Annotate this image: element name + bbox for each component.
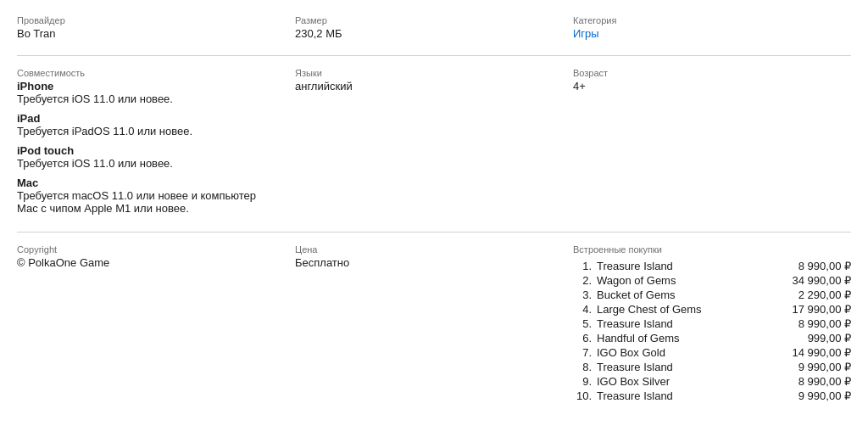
iap-name: Handful of Gems xyxy=(597,332,801,345)
age-section: Возраст 4+ xyxy=(573,68,851,220)
ipod-label: iPod touch xyxy=(17,144,295,157)
iap-price: 2 290,00 ₽ xyxy=(798,289,851,301)
iap-price: 14 990,00 ₽ xyxy=(793,346,851,359)
compat-label: Совместимость xyxy=(17,68,295,78)
iap-name: Large Chest of Gems xyxy=(597,303,786,316)
iap-row: 3.Bucket of Gems2 290,00 ₽ xyxy=(573,289,851,301)
iap-name: Treasure Island xyxy=(597,260,792,272)
copyright-label: Copyright xyxy=(17,244,295,255)
iap-title: Встроенные покупки xyxy=(573,244,851,255)
size-value: 230,2 МБ xyxy=(295,27,573,40)
price-section: Цена Бесплатно xyxy=(295,244,573,404)
iap-num: 6. xyxy=(573,332,592,345)
iap-row: 6.Handful of Gems999,00 ₽ xyxy=(573,332,851,345)
price-label: Цена xyxy=(295,244,573,255)
category-section: Категория Игры xyxy=(573,15,851,40)
iap-name: Treasure Island xyxy=(597,317,792,330)
iap-list: 1.Treasure Island8 990,00 ₽2.Wagon of Ge… xyxy=(573,260,851,402)
iphone-req: Требуется iOS 11.0 или новее. xyxy=(17,92,295,105)
iap-num: 9. xyxy=(573,375,592,388)
iap-num: 3. xyxy=(573,289,592,301)
divider-1 xyxy=(17,55,851,56)
iap-price: 34 990,00 ₽ xyxy=(793,274,851,287)
iap-price: 999,00 ₽ xyxy=(808,332,851,345)
mac-req: Требуется macOS 11.0 или новее и компьют… xyxy=(17,189,295,215)
iap-name: IGO Box Silver xyxy=(597,375,792,388)
iphone-label: iPhone xyxy=(17,80,295,92)
iap-row: 8.Treasure Island9 990,00 ₽ xyxy=(573,361,851,373)
copyright-value: © PolkaOne Game xyxy=(17,256,295,269)
provider-value: Bo Tran xyxy=(17,27,295,40)
iap-price: 8 990,00 ₽ xyxy=(798,375,851,388)
iap-name: Treasure Island xyxy=(597,389,792,402)
ipod-req: Требуется iOS 11.0 или новее. xyxy=(17,157,295,170)
iap-row: 1.Treasure Island8 990,00 ₽ xyxy=(573,260,851,272)
category-link[interactable]: Игры xyxy=(573,27,599,40)
category-label: Категория xyxy=(573,15,851,25)
iap-row: 4.Large Chest of Gems17 990,00 ₽ xyxy=(573,303,851,316)
iap-name: Bucket of Gems xyxy=(597,289,792,301)
iap-price: 8 990,00 ₽ xyxy=(798,317,851,330)
languages-label: Языки xyxy=(295,68,573,78)
languages-value: английский xyxy=(295,80,573,92)
iap-row: 2.Wagon of Gems34 990,00 ₽ xyxy=(573,274,851,287)
iap-num: 8. xyxy=(573,361,592,373)
size-label: Размер xyxy=(295,15,573,25)
mac-label: Mac xyxy=(17,176,295,189)
iap-name: IGO Box Gold xyxy=(597,346,786,359)
iap-num: 7. xyxy=(573,346,592,359)
iap-name: Treasure Island xyxy=(597,361,792,373)
iap-price: 9 990,00 ₽ xyxy=(798,361,851,373)
iap-num: 10. xyxy=(573,389,592,402)
iap-row: 7.IGO Box Gold14 990,00 ₽ xyxy=(573,346,851,359)
divider-2 xyxy=(17,232,851,233)
mac-compat: Mac Требуется macOS 11.0 или новее и ком… xyxy=(17,176,295,215)
iap-row: 9.IGO Box Silver8 990,00 ₽ xyxy=(573,375,851,388)
ipad-label: iPad xyxy=(17,112,295,125)
price-value: Бесплатно xyxy=(295,256,573,269)
iap-num: 1. xyxy=(573,260,592,272)
iap-price: 8 990,00 ₽ xyxy=(798,260,851,272)
copyright-section: Copyright © PolkaOne Game xyxy=(17,244,295,404)
iphone-compat: iPhone Требуется iOS 11.0 или новее. xyxy=(17,80,295,105)
age-value: 4+ xyxy=(573,80,851,92)
provider-label: Провайдер xyxy=(17,15,295,25)
iap-price: 9 990,00 ₽ xyxy=(798,389,851,402)
provider-section: Провайдер Bo Tran xyxy=(17,15,295,40)
languages-section: Языки английский xyxy=(295,68,573,220)
iap-price: 17 990,00 ₽ xyxy=(793,303,851,316)
ipod-compat: iPod touch Требуется iOS 11.0 или новее. xyxy=(17,144,295,170)
ipad-req: Требуется iPadOS 11.0 или новее. xyxy=(17,125,295,137)
iap-num: 4. xyxy=(573,303,592,316)
size-section: Размер 230,2 МБ xyxy=(295,15,573,40)
iap-section: Встроенные покупки 1.Treasure Island8 99… xyxy=(573,244,851,404)
iap-row: 10.Treasure Island9 990,00 ₽ xyxy=(573,389,851,402)
ipad-compat: iPad Требуется iPadOS 11.0 или новее. xyxy=(17,112,295,137)
iap-row: 5.Treasure Island8 990,00 ₽ xyxy=(573,317,851,330)
iap-num: 2. xyxy=(573,274,592,287)
iap-num: 5. xyxy=(573,317,592,330)
age-label: Возраст xyxy=(573,68,851,78)
compatibility-section: Совместимость iPhone Требуется iOS 11.0 … xyxy=(17,68,295,220)
iap-name: Wagon of Gems xyxy=(597,274,786,287)
